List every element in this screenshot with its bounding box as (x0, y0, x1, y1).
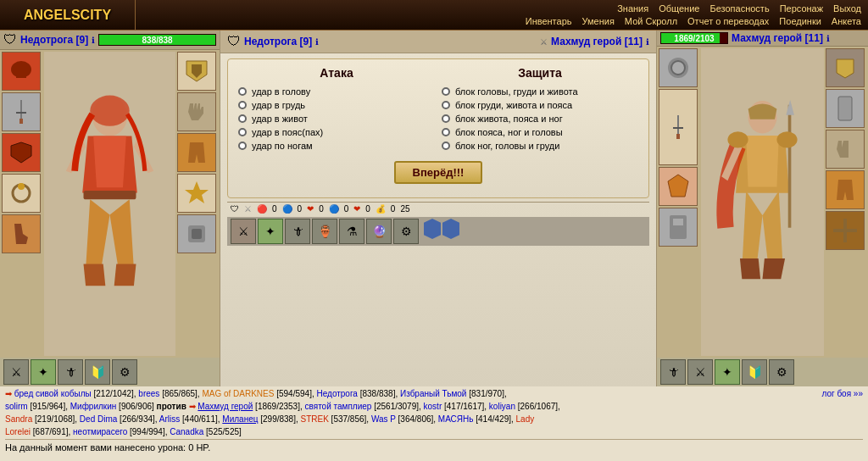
r-equip-slot-3[interactable] (659, 167, 698, 206)
left-name-area: 🛡 Недотрога [9] ℹ (227, 34, 319, 49)
battle-item-2[interactable]: ✦ (258, 219, 283, 244)
battle-item-4[interactable]: 🏺 (312, 219, 337, 244)
svg-rect-27 (833, 229, 857, 232)
attack-option-5[interactable]: удар по ногам (238, 141, 435, 151)
r-equip-slot-r3[interactable] (826, 130, 865, 169)
r-item-btn-1[interactable]: 🗡 (660, 359, 686, 385)
attack-radio-1[interactable] (238, 87, 247, 96)
equip-slot-legs[interactable] (177, 133, 216, 172)
r-item-btn-5[interactable]: ⚙ (769, 359, 794, 385)
left-player-header: 🛡 Недотрога [9] ℹ 838/838 (0, 31, 220, 50)
nav-duels[interactable]: Поединки (779, 16, 821, 26)
battle-item-1[interactable]: ⚔ (231, 219, 256, 244)
items-strip: ⚔ ✦ 🗡 🏺 ⚗ 🔮 ⚙ (227, 217, 649, 246)
stat-points: 25 (400, 204, 409, 214)
svg-rect-25 (838, 97, 852, 120)
equip-slot-shield[interactable] (177, 52, 216, 91)
log-line-4: Lorelei [687/691], неотмирасего [994/994… (5, 426, 863, 438)
battle-item-3[interactable]: 🗡 (285, 219, 310, 244)
stat-gold: 0 (391, 204, 396, 214)
shield-sm-right[interactable] (442, 219, 459, 239)
equip-slot-extra[interactable] (177, 214, 216, 253)
svg-rect-17 (676, 134, 680, 139)
defense-option-3[interactable]: блок живота, пояса и ног (442, 114, 638, 124)
defense-radio-3[interactable] (442, 114, 450, 123)
log-line-2: solirm [915/964], Мифрилкин [906/906] пр… (5, 401, 863, 413)
log-link[interactable]: лог боя »» (821, 388, 863, 400)
attack-option-4[interactable]: удар в пояс(пах) (238, 127, 435, 137)
r-equip-slot-4[interactable] (659, 208, 698, 247)
svg-rect-2 (20, 100, 22, 119)
equip-slot-gloves[interactable] (177, 92, 216, 131)
nav-skills[interactable]: Умения (582, 16, 615, 26)
r-item-btn-2[interactable]: ⚔ (687, 359, 713, 385)
svg-rect-3 (16, 112, 26, 114)
battle-item-7[interactable]: ⚙ (393, 219, 419, 244)
svg-point-24 (776, 131, 797, 147)
defense-option-2[interactable]: блок груди, живота и пояса (442, 100, 638, 110)
item-btn-5[interactable]: ⚙ (112, 359, 137, 385)
equip-slot-amulet[interactable] (177, 174, 216, 213)
drop-icon-3: 🔵 (329, 204, 339, 214)
attack-radio-4[interactable] (238, 128, 247, 136)
r-equip-slot-1[interactable] (659, 48, 698, 87)
equip-slot-ring1[interactable] (2, 174, 41, 213)
item-btn-3[interactable]: 🗡 (58, 359, 83, 385)
battle-left-name: Недотрога [9] (244, 36, 312, 47)
nav-anketa[interactable]: Анкета (832, 16, 861, 26)
defense-option-4[interactable]: блок пояса, ног и головы (442, 127, 638, 137)
attack-header: Атака (238, 66, 435, 80)
nav-znania[interactable]: Знания (617, 3, 648, 14)
r-item-btn-4[interactable]: 🔰 (742, 359, 767, 385)
defense-radio-1[interactable] (442, 87, 450, 96)
nav-links: Знания Общение Безопасность Персонаж Вых… (136, 0, 868, 30)
r-equip-slot-2[interactable] (659, 89, 698, 165)
equip-slot-helmet[interactable] (2, 52, 41, 91)
defense-radio-5[interactable] (442, 142, 450, 150)
shield-sm-left[interactable] (424, 219, 441, 239)
r-item-btn-3[interactable]: ✦ (715, 359, 740, 385)
nav-bezopasnost[interactable]: Безопасность (709, 3, 769, 14)
attack-radio-3[interactable] (238, 114, 247, 123)
nav-inventory[interactable]: Инвентарь (526, 16, 572, 26)
defense-radio-4[interactable] (442, 128, 450, 136)
attack-option-3[interactable]: удар в живот (238, 114, 435, 124)
nav-personazh[interactable]: Персонаж (780, 3, 823, 14)
item-btn-1[interactable]: ⚔ (3, 359, 29, 385)
attack-option-1[interactable]: удар в голову (238, 86, 435, 97)
left-items-strip: ⚔ ✦ 🗡 🔰 ⚙ (0, 358, 220, 386)
forward-button[interactable]: Вперёд!!! (394, 161, 483, 184)
battle-item-6[interactable]: 🔮 (366, 219, 392, 244)
attack-radio-2[interactable] (238, 101, 247, 109)
left-hp-bar: 838/838 (98, 34, 216, 46)
attack-option-2[interactable]: удар в грудь (238, 100, 435, 110)
item-btn-2[interactable]: ✦ (31, 359, 56, 385)
svg-point-14 (671, 61, 685, 75)
svg-rect-4 (19, 119, 23, 124)
svg-rect-21 (788, 105, 792, 228)
heart-icon-2: ❤ (353, 204, 360, 214)
attack-radio-5[interactable] (238, 142, 247, 150)
stat-drop2: 0 (344, 204, 349, 214)
item-btn-4[interactable]: 🔰 (85, 359, 110, 385)
nav-report[interactable]: Отчет о переводах (687, 16, 769, 26)
defense-option-1[interactable]: блок головы, груди и живота (442, 86, 638, 97)
defense-radio-2[interactable] (442, 101, 450, 109)
battle-item-5[interactable]: ⚗ (339, 219, 364, 244)
equip-slot-boots[interactable] (2, 214, 41, 253)
heart-icon-1: ❤ (307, 204, 314, 214)
equip-slot-weapon[interactable] (2, 92, 41, 131)
shield-icon-left: 🛡 (231, 204, 239, 214)
nav-scroll[interactable]: Мой Скролл (625, 16, 677, 26)
nav-obshenie[interactable]: Общение (659, 3, 699, 14)
svg-rect-16 (673, 127, 683, 129)
r-equip-slot-r1[interactable] (826, 48, 865, 87)
r-equip-slot-r4[interactable] (826, 170, 865, 209)
r-equip-slot-r2[interactable] (826, 89, 865, 128)
defense-option-5[interactable]: блок ног, головы и груди (442, 141, 638, 151)
battle-log: лог боя »» ➡ бред сивой кобылы [212/1042… (0, 386, 868, 461)
equip-slot-armor[interactable] (2, 133, 41, 172)
r-equip-slot-r5[interactable] (826, 211, 865, 250)
svg-point-23 (727, 131, 748, 147)
nav-vyhod[interactable]: Выход (833, 3, 861, 14)
